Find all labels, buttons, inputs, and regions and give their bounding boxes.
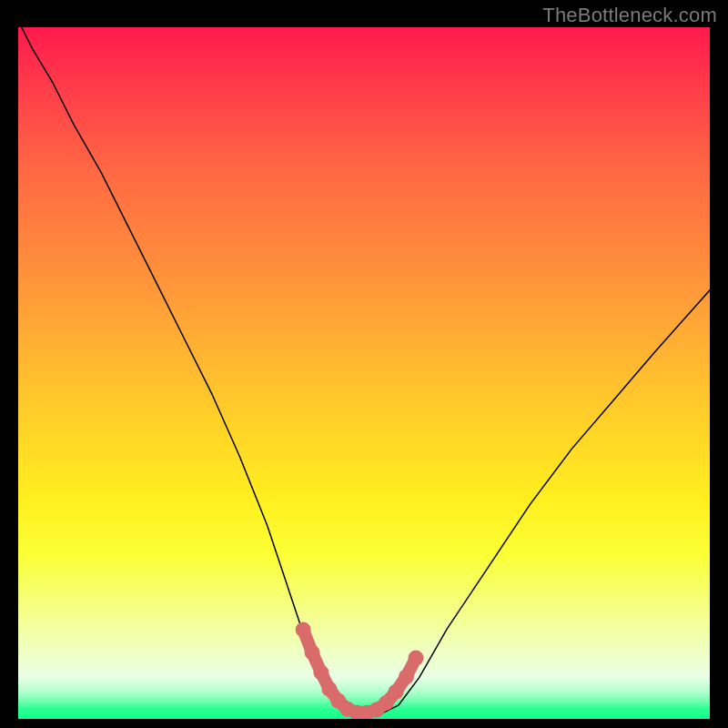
marker-dot bbox=[388, 684, 403, 700]
plot-area bbox=[18, 27, 710, 719]
optimal-range-dots bbox=[296, 622, 424, 719]
curve-svg bbox=[18, 27, 710, 719]
marker-dot bbox=[313, 665, 329, 681]
bottleneck-curve bbox=[18, 27, 710, 714]
marker-dot bbox=[305, 645, 320, 661]
chart-stage: TheBottleneck.com bbox=[0, 0, 728, 728]
marker-dot bbox=[296, 622, 311, 637]
marker-dot bbox=[409, 651, 424, 666]
marker-dot bbox=[399, 669, 414, 684]
watermark-text: TheBottleneck.com bbox=[542, 4, 717, 27]
